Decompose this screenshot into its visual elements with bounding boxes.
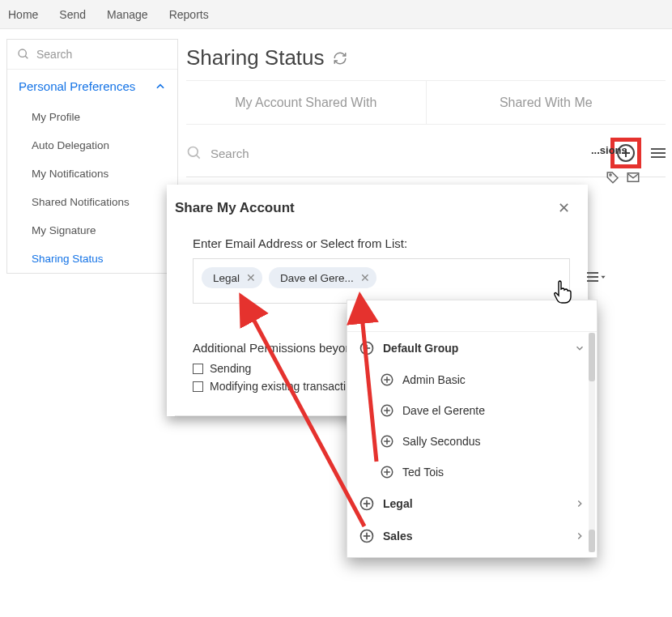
svg-line-1 xyxy=(25,56,28,58)
svg-point-2 xyxy=(189,147,198,157)
checkbox-icon[interactable] xyxy=(193,381,203,392)
member-label: Admin Basic xyxy=(402,373,466,386)
tab-my-account-shared-with[interactable]: My Account Shared With xyxy=(186,81,427,124)
chevron-right-icon[interactable] xyxy=(574,498,585,509)
refresh-icon[interactable] xyxy=(333,51,347,66)
chevron-down-icon[interactable] xyxy=(574,343,585,354)
sidebar-item-auto-delegation[interactable]: Auto Delegation xyxy=(7,131,177,160)
chevron-down-icon xyxy=(600,274,606,280)
group-label: Default Group xyxy=(383,342,566,355)
svg-line-11 xyxy=(368,317,371,321)
search-icon xyxy=(17,48,30,61)
member-admin-basic[interactable]: Admin Basic xyxy=(347,364,597,395)
sidebar-search[interactable]: Search xyxy=(7,40,177,70)
recipient-dropdown: Default Group Admin Basic Dave el Gerent… xyxy=(347,300,598,558)
member-ted[interactable]: Ted Tois xyxy=(347,457,597,487)
group-sales[interactable]: Sales xyxy=(347,520,597,552)
dropdown-scrollbar-thumb[interactable] xyxy=(589,530,595,552)
group-label: Sales xyxy=(383,530,566,543)
member-label: Dave el Gerente xyxy=(402,404,485,417)
member-label: Ted Tois xyxy=(402,466,444,479)
sidebar-section-personal-preferences[interactable]: Personal Preferences xyxy=(7,70,177,103)
plus-circle-icon[interactable] xyxy=(359,340,375,356)
chip-legal[interactable]: Legal ✕ xyxy=(202,267,262,288)
sidebar-item-my-notifications[interactable]: My Notifications xyxy=(7,160,177,188)
svg-point-10 xyxy=(360,310,369,319)
chevron-up-icon xyxy=(155,81,166,92)
svg-point-7 xyxy=(610,174,611,176)
plus-circle-icon[interactable] xyxy=(359,496,375,512)
page-title: Sharing Status xyxy=(186,45,325,70)
plus-circle-icon[interactable] xyxy=(359,528,375,544)
search-icon xyxy=(186,145,202,161)
close-icon[interactable]: ✕ xyxy=(558,199,570,217)
chip-label: Legal xyxy=(213,272,240,284)
group-default[interactable]: Default Group xyxy=(347,332,597,364)
tabs: My Account Shared With Shared With Me xyxy=(186,81,666,125)
content-search[interactable]: Search xyxy=(186,145,249,161)
search-icon xyxy=(359,308,373,323)
chip-dave[interactable]: Dave el Gere... ✕ xyxy=(269,267,376,288)
column-header-permissions-partial: ...sions xyxy=(591,144,627,156)
plus-circle-icon[interactable] xyxy=(380,434,394,449)
svg-line-3 xyxy=(197,155,200,159)
plus-circle-icon[interactable] xyxy=(380,372,394,387)
top-nav: Home Send Manage Reports xyxy=(0,0,672,29)
tab-shared-with-me[interactable]: Shared With Me xyxy=(427,81,666,124)
cursor-pointer-icon xyxy=(552,279,575,304)
chevron-right-icon[interactable] xyxy=(574,530,585,542)
sidebar: Search Personal Preferences My Profile A… xyxy=(6,39,178,274)
group-label: Legal xyxy=(383,497,566,510)
member-sally[interactable]: Sally Secondus xyxy=(347,426,597,457)
chip-remove-icon[interactable]: ✕ xyxy=(360,271,370,284)
checkbox-icon[interactable] xyxy=(193,364,203,374)
nav-send[interactable]: Send xyxy=(59,8,86,21)
sidebar-item-sharing-status[interactable]: Sharing Status xyxy=(7,245,177,273)
content: Sharing Status My Account Shared With Sh… xyxy=(186,39,666,177)
sidebar-item-shared-notifications[interactable]: Shared Notifications xyxy=(7,188,177,216)
plus-circle-icon[interactable] xyxy=(380,465,394,479)
member-label: Sally Secondus xyxy=(402,435,481,448)
svg-point-0 xyxy=(19,49,26,57)
member-dave[interactable]: Dave el Gerente xyxy=(347,395,597,426)
sidebar-item-my-signature[interactable]: My Signature xyxy=(7,216,177,245)
menu-icon[interactable] xyxy=(651,148,666,158)
chip-label: Dave el Gere... xyxy=(280,272,354,284)
page-title-row: Sharing Status xyxy=(186,39,666,81)
dropdown-scrollbar-thumb[interactable] xyxy=(589,333,595,381)
plus-circle-icon[interactable] xyxy=(380,403,394,418)
sidebar-item-my-profile[interactable]: My Profile xyxy=(7,103,177,131)
chip-field-menu[interactable] xyxy=(587,272,606,282)
modal-title: Share My Account xyxy=(175,200,295,216)
recipient-chip-field[interactable]: Legal ✕ Dave el Gere... ✕ xyxy=(193,258,570,304)
dropdown-search[interactable] xyxy=(347,300,597,332)
chip-remove-icon[interactable]: ✕ xyxy=(246,271,256,284)
group-legal[interactable]: Legal xyxy=(347,487,597,520)
row-action-icons xyxy=(606,170,641,185)
nav-home[interactable]: Home xyxy=(8,8,38,21)
permission-label: Modifying existing transacti xyxy=(210,380,346,393)
svg-marker-9 xyxy=(601,276,605,279)
nav-reports[interactable]: Reports xyxy=(169,8,209,21)
modal-field-label: Enter Email Address or Select from List: xyxy=(193,236,570,250)
nav-manage[interactable]: Manage xyxy=(107,8,148,21)
permission-label: Sending xyxy=(210,362,251,375)
envelope-icon[interactable] xyxy=(625,170,641,185)
sidebar-section-label: Personal Preferences xyxy=(19,79,135,93)
sidebar-search-placeholder: Search xyxy=(36,48,72,61)
content-search-placeholder: Search xyxy=(211,147,249,160)
tag-icon[interactable] xyxy=(606,170,620,185)
